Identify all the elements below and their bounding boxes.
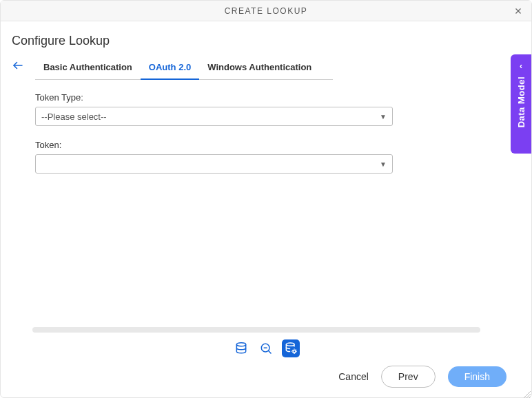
modal-body: Configure Lookup Basic Authentication OA… [1,21,531,397]
finish-button[interactable]: Finish [448,366,507,387]
svg-point-7 [286,343,294,346]
tab-area: Basic Authentication OAuth 2.0 Windows A… [35,56,520,187]
tab-windows-auth[interactable]: Windows Authentication [199,56,320,79]
token-label: Token: [35,140,520,150]
svg-line-5 [268,350,271,353]
database-icon[interactable] [232,339,250,357]
svg-point-3 [236,343,245,346]
prev-button[interactable]: Prev [381,366,436,388]
oauth-form: Token Type: --Please select-- ▼ Token: ▼ [35,80,520,174]
close-icon[interactable] [512,5,524,17]
database-gear-icon[interactable] [282,339,300,357]
wizard-step-indicators [232,339,300,357]
resize-grip-icon[interactable] [522,388,531,397]
search-minus-icon[interactable] [257,339,275,357]
token-select[interactable]: ▼ [35,154,393,174]
tab-basic-auth[interactable]: Basic Authentication [35,56,141,79]
footer-buttons: Cancel Prev Finish [25,366,507,388]
back-arrow-icon[interactable] [12,56,28,74]
chevron-down-icon: ▼ [380,113,387,121]
modal-title: CREATE LOOKUP [225,6,308,16]
svg-point-8 [293,350,296,353]
page-title: Configure Lookup [12,34,520,48]
cancel-button[interactable]: Cancel [338,371,369,382]
chevron-down-icon: ▼ [380,160,387,168]
token-type-value: --Please select-- [41,112,107,122]
data-model-panel-toggle[interactable]: ‹ Data Model [511,54,531,154]
chevron-left-icon: ‹ [520,61,522,71]
token-type-label: Token Type: [35,92,520,103]
footer: Cancel Prev Finish [12,333,520,397]
data-model-label: Data Model [516,76,526,127]
tab-oauth2[interactable]: OAuth 2.0 [141,56,199,79]
create-lookup-modal: CREATE LOOKUP Configure Lookup Basic Aut… [0,0,532,398]
token-type-select[interactable]: --Please select-- ▼ [35,107,393,126]
modal-header: CREATE LOOKUP [1,1,531,21]
horizontal-scrollbar[interactable] [32,327,480,333]
auth-tabs: Basic Authentication OAuth 2.0 Windows A… [35,56,333,80]
